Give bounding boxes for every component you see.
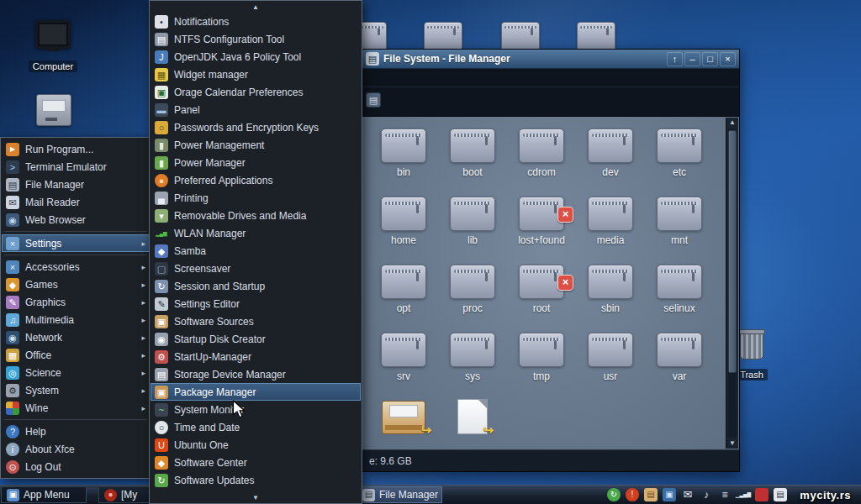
file-item-srv[interactable]: srv	[369, 331, 438, 399]
red-tray-icon[interactable]	[755, 488, 769, 501]
menu-item-science[interactable]: ◎Science▸	[2, 364, 150, 381]
menu-item-package-manager[interactable]: ▣Package Manager	[151, 383, 361, 401]
file-item-var[interactable]: var	[645, 331, 714, 399]
menu-item-startup-manager[interactable]: ⚙StartUp-Manager	[151, 348, 361, 365]
menu-item-storage-device-manager[interactable]: ▤Storage Device Manager	[151, 365, 361, 383]
menu-item-time-and-date[interactable]: ○Time and Date	[151, 418, 361, 436]
menu-item-help[interactable]: ?Help	[2, 423, 150, 440]
menu-item-openjdk-java-6-policy-tool[interactable]: JOpenJDK Java 6 Policy Tool	[151, 48, 361, 66]
menu-item-log-out[interactable]: ⊙Log Out	[2, 458, 150, 475]
file-item-proc[interactable]: proc	[438, 263, 507, 331]
desktop-icon-drive[interactable]	[30, 94, 77, 126]
desktop-folder-icon[interactable]	[424, 22, 462, 51]
menu-item-run-program[interactable]: ▶Run Program...	[2, 140, 150, 158]
menu-item-wlan-manager[interactable]: ▂▄▆WLAN Manager	[151, 224, 361, 242]
file-item-home[interactable]: home	[369, 195, 438, 263]
file-item-media[interactable]: media	[576, 195, 645, 263]
menu-item-file-manager[interactable]: ▤File Manager	[2, 176, 150, 193]
menu-item-power-management[interactable]: ▮Power Management	[151, 136, 361, 154]
menu-item-printing[interactable]: ▄Printing	[151, 189, 361, 207]
menu-item-system-monitor[interactable]: ~System Monitor	[151, 401, 361, 418]
window-titlebar[interactable]: ▤ File System - File Manager ↑–□×	[362, 50, 739, 69]
app-menu-button[interactable]: ▣ App Menu	[1, 486, 87, 503]
file-item-tmp[interactable]: tmp	[507, 331, 576, 399]
file-item-opt[interactable]: opt	[369, 263, 438, 331]
mail-tray-icon[interactable]: ✉	[681, 488, 695, 501]
menu-item-orage-calendar-preferences[interactable]: ▣Orage Calendar Preferences	[151, 83, 361, 101]
menu-item-passwords-and-encryption-keys[interactable]: ○Passwords and Encryption Keys	[151, 118, 361, 136]
alert-tray-icon[interactable]: !	[626, 488, 639, 501]
menu-item-removable-drives-and-media[interactable]: ▾Removable Drives and Media	[151, 207, 361, 224]
menu-item-software-updates[interactable]: ↻Software Updates	[151, 471, 361, 489]
update-tray-icon[interactable]: ↻	[607, 488, 621, 501]
menu-item-screensaver[interactable]: ▢Screensaver	[151, 260, 361, 277]
menu-item-ntfs-configuration-tool[interactable]: ▤NTFS Configuration Tool	[151, 30, 361, 48]
taskbar-task-file-manager[interactable]: ▤File Manager	[357, 486, 442, 503]
shade-button[interactable]: ↑	[667, 52, 683, 66]
scrollbar-up-icon[interactable]: ▲	[729, 118, 736, 128]
menu-item-ubuntu-one[interactable]: UUbuntu One	[151, 436, 361, 454]
menu-item-samba[interactable]: ◆Samba	[151, 242, 361, 260]
vertical-scrollbar[interactable]: ▲ ▼	[726, 118, 738, 449]
menu-item-preferred-applications[interactable]: ●Preferred Applications	[151, 171, 361, 189]
menu-item-office[interactable]: ▦Office▸	[2, 346, 150, 364]
menu-item-about-xfce[interactable]: iAbout Xfce	[2, 440, 150, 458]
scrollbar-track[interactable]	[728, 129, 737, 438]
menu-item-games[interactable]: ◆Games▸	[2, 276, 150, 293]
display-tray-icon[interactable]: ▣	[663, 488, 676, 501]
menu-item-multimedia[interactable]: ♫Multimedia▸	[2, 311, 150, 328]
signal-tray-icon[interactable]: ▁▃▅▇	[737, 488, 750, 501]
volume-tray-icon[interactable]: ♪	[700, 488, 713, 501]
menu-item-power-manager[interactable]: ▮Power Manager	[151, 154, 361, 171]
session-icon: ↻	[155, 280, 168, 293]
menu-item-label: Help	[25, 426, 46, 438]
file-item-root[interactable]: ×root	[507, 263, 576, 331]
menu-item-system[interactable]: ⚙System▸	[2, 381, 150, 399]
menu-item-wine[interactable]: Wine▸	[2, 399, 150, 417]
menu-item-network[interactable]: ◉Network▸	[2, 328, 150, 346]
menu-item-startup-disk-creator[interactable]: ◉Startup Disk Creator	[151, 330, 361, 348]
file-item-sbin[interactable]: sbin	[576, 263, 645, 331]
menu-item-widget-manager[interactable]: ▦Widget manager	[151, 66, 361, 83]
menu-scroll-up-icon[interactable]: ▲	[151, 1, 361, 13]
menu-item-mail-reader[interactable]: ✉Mail Reader	[2, 193, 150, 211]
menu-item-settings-editor[interactable]: ✎Settings Editor	[151, 295, 361, 312]
toolbar-folder-button[interactable]: ▤	[366, 92, 381, 108]
file-item-cdrom[interactable]: cdrom	[507, 127, 576, 195]
file-item[interactable]: ↪	[369, 399, 438, 449]
menu-item-notifications[interactable]: •Notifications	[151, 13, 361, 30]
menu-item-terminal-emulator[interactable]: >Terminal Emulator	[2, 158, 150, 176]
desktop-icon-computer[interactable]: Computer	[27, 20, 79, 73]
file-item-selinux[interactable]: selinux	[645, 263, 714, 331]
desktop-folder-icon[interactable]	[577, 22, 615, 51]
notes-tray-icon[interactable]: ▤	[774, 488, 787, 501]
file-item-dev[interactable]: dev	[576, 127, 645, 195]
scrollbar-thumb[interactable]	[728, 130, 737, 373]
close-button[interactable]: ×	[720, 52, 736, 66]
menu-item-session-and-startup[interactable]: ↻Session and Startup	[151, 277, 361, 295]
file-item-lost-found[interactable]: ×lost+found	[507, 195, 576, 263]
mixer-tray-icon[interactable]: ≡	[718, 488, 732, 501]
file-item-boot[interactable]: boot	[438, 127, 507, 195]
file-item-etc[interactable]: etc	[645, 127, 714, 195]
scrollbar-down-icon[interactable]: ▼	[729, 438, 736, 449]
menu-item-settings[interactable]: ×Settings▸	[2, 234, 150, 252]
clipboard-tray-icon[interactable]: ▤	[644, 488, 658, 501]
maximize-button[interactable]: □	[702, 52, 718, 66]
file-item-bin[interactable]: bin	[369, 127, 438, 195]
menu-item-web-browser[interactable]: ◉Web Browser	[2, 211, 150, 228]
menu-item-software-sources[interactable]: ▣Software Sources	[151, 312, 361, 330]
file-item-usr[interactable]: usr	[576, 331, 645, 399]
minimize-button[interactable]: –	[684, 52, 700, 66]
file-item[interactable]: ↪	[438, 399, 507, 449]
taskbar-task-my[interactable]: ●[My	[98, 486, 151, 503]
menu-item-panel[interactable]: ▬Panel	[151, 101, 361, 118]
menu-scroll-down-icon[interactable]: ▼	[151, 491, 361, 503]
desktop-folder-icon[interactable]	[501, 22, 540, 51]
menu-item-accessories[interactable]: ×Accessories▸	[2, 258, 150, 276]
menu-item-software-center[interactable]: ◆Software Center	[151, 454, 361, 471]
menu-item-graphics[interactable]: ✎Graphics▸	[2, 293, 150, 311]
file-item-sys[interactable]: sys	[438, 331, 507, 399]
file-item-lib[interactable]: lib	[438, 195, 507, 263]
file-item-mnt[interactable]: mnt	[645, 195, 714, 263]
